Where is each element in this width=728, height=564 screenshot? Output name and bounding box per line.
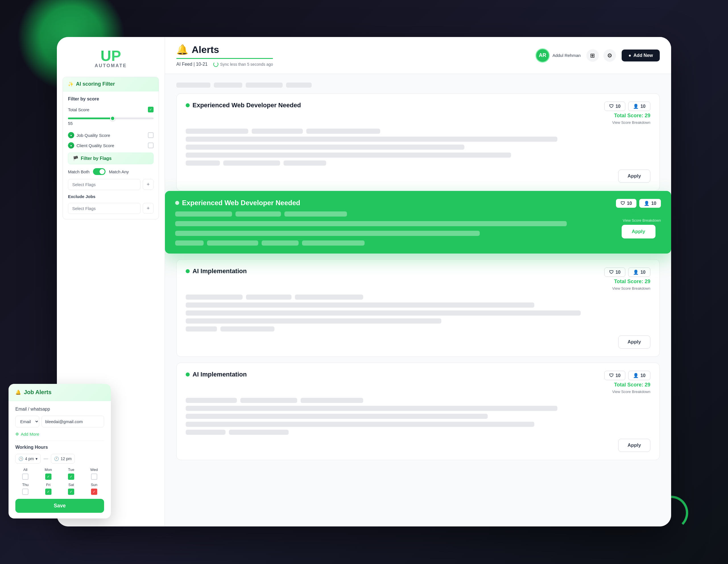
- slider-fill: [68, 117, 113, 119]
- featured-apply-button[interactable]: Apply: [622, 225, 655, 238]
- total-score-3: Total Score: 29: [614, 382, 650, 388]
- day-tue-checkbox[interactable]: ✓: [68, 474, 74, 480]
- view-breakdown-1[interactable]: View Score Breakdown: [612, 120, 650, 125]
- time-from-select[interactable]: 🕓 4 pm ▾: [15, 454, 41, 464]
- ai-scoring-filter-section: ✨ AI scoring Filter Filter by score Tota…: [63, 77, 159, 219]
- tab-ph-4: [286, 82, 312, 88]
- select-flags-1[interactable]: Select Flags: [68, 179, 140, 190]
- featured-title: Experienced Web Developer Needed: [175, 199, 610, 207]
- gear-icon-btn[interactable]: ⚙: [603, 49, 616, 62]
- match-any-label: Match Any: [109, 169, 129, 174]
- ph: [186, 422, 534, 427]
- job-quality-label: Job Quality Score: [76, 133, 146, 138]
- featured-title-text: Experienced Web Developer Needed: [182, 199, 300, 207]
- day-fri-label: Fri: [46, 483, 50, 487]
- grid-icon-btn[interactable]: ⊞: [586, 49, 599, 62]
- exclude-jobs-label: Exclude Jobs: [68, 194, 154, 199]
- apply-button-2[interactable]: Apply: [618, 336, 650, 349]
- view-breakdown-2[interactable]: View Score Breakdown: [612, 286, 650, 291]
- select-flags-2-wrapper: Select Flags +: [68, 203, 154, 214]
- job-title-text-2: AI Implementation: [193, 267, 247, 275]
- day-sat-checkbox[interactable]: ✓: [68, 489, 74, 495]
- featured-ph-row-2: [175, 240, 610, 245]
- circle-icon2: ●: [70, 144, 72, 147]
- time-to-select[interactable]: 🕛 12 pm: [51, 454, 75, 464]
- logo-automate: AUTOMATE: [95, 63, 127, 68]
- check-icon: ✓: [149, 108, 152, 111]
- filter-by-flags-btn[interactable]: 🏴 Filter by Flags: [68, 152, 154, 164]
- ph: [186, 327, 217, 332]
- sync-icon: [213, 62, 218, 67]
- tab-ph-1: [176, 82, 210, 88]
- logo-area: UP AUTOMATE: [95, 48, 127, 68]
- email-type-select[interactable]: Email: [15, 416, 39, 427]
- user-name: Addul Rehman: [553, 53, 581, 58]
- email-input[interactable]: [42, 416, 104, 427]
- match-toggle[interactable]: [93, 168, 106, 175]
- job-quality-checkbox[interactable]: [148, 132, 154, 138]
- logo-up: UP: [100, 48, 121, 63]
- ph: [186, 152, 511, 158]
- apply-button-1[interactable]: Apply: [618, 169, 650, 183]
- ph: [229, 430, 289, 435]
- slider-track[interactable]: [68, 117, 154, 119]
- main-window: UP AUTOMATE ✨ AI scoring Filter Filter b…: [57, 37, 671, 526]
- job-card-2-title: AI Implementation: [186, 267, 247, 275]
- day-wed-checkbox[interactable]: [91, 474, 97, 480]
- shield-score-3: 10: [615, 373, 621, 378]
- client-quality-label: Client Quality Score: [76, 143, 146, 148]
- fph: [175, 211, 232, 216]
- day-tue-label: Tue: [68, 468, 74, 472]
- client-quality-icon: ●: [68, 142, 74, 148]
- select-flags-2[interactable]: Select Flags: [68, 203, 140, 214]
- job-card-3-title: AI Implementation: [186, 371, 247, 378]
- wand-icon: ✨: [68, 81, 74, 87]
- day-mon-checkbox[interactable]: ✓: [45, 474, 51, 480]
- person-badge-3: 👤 10: [628, 371, 650, 380]
- job-card-1-title: Experienced Web Developer Needed: [186, 102, 301, 109]
- job-dot-1: [186, 103, 190, 107]
- select-flags-1-wrapper: Select Flags +: [68, 179, 154, 190]
- add-flag-btn-1[interactable]: +: [143, 179, 154, 190]
- ai-scoring-filter-header: ✨ AI scoring Filter: [63, 77, 159, 91]
- day-all-checkbox[interactable]: [22, 474, 28, 480]
- day-thu-checkbox[interactable]: [22, 489, 28, 495]
- add-more-button[interactable]: ⊕ Add More: [15, 431, 104, 437]
- job-dot-2: [186, 269, 190, 273]
- card-2-placeholders: [186, 295, 650, 332]
- day-sun-label: Sun: [91, 483, 97, 487]
- tab-placeholders: [176, 82, 660, 88]
- apply-button-3[interactable]: Apply: [618, 439, 650, 452]
- client-quality-checkbox[interactable]: [148, 142, 154, 148]
- add-icon: ●: [628, 53, 631, 58]
- main-content: 🔔 Alerts AI Feed | 10-21 Sync less than …: [165, 37, 671, 526]
- day-sat-label: Sat: [68, 483, 74, 487]
- total-score-label: Total Score: [68, 107, 89, 112]
- total-score-checkbox[interactable]: ✓: [148, 107, 154, 112]
- ph: [252, 129, 303, 134]
- view-breakdown-3[interactable]: View Score Breakdown: [612, 390, 650, 394]
- fph: [207, 240, 258, 245]
- person-icon-1: 👤: [633, 104, 639, 109]
- ph: [186, 414, 488, 419]
- save-button[interactable]: Save: [15, 499, 104, 513]
- job-card-2: AI Implementation 🛡 10 👤 10: [176, 259, 660, 357]
- day-mon-label: Mon: [45, 468, 52, 472]
- day-fri-checkbox[interactable]: ✓: [45, 489, 51, 495]
- sync-text: Sync less than 5 seconds ago: [220, 62, 273, 67]
- featured-view-breakdown[interactable]: View Score Breakdown: [623, 218, 661, 222]
- shield-score-2: 10: [615, 270, 621, 275]
- day-sun-checkbox[interactable]: ✓: [91, 489, 97, 495]
- ph: [246, 295, 291, 300]
- job-alerts-title: Job Alerts: [24, 389, 51, 396]
- add-new-button[interactable]: ● Add New: [622, 49, 660, 61]
- person-score-1: 10: [640, 104, 646, 109]
- day-thu: Thu: [15, 483, 36, 495]
- add-flag-btn-2[interactable]: +: [143, 203, 154, 214]
- time-to-value: 12 pm: [61, 456, 72, 461]
- job-card-3-scores: 🛡 10 👤 10 Total Score: 29 View Score Bre…: [604, 371, 650, 394]
- shield-badge-1: 🛡 10: [604, 102, 625, 111]
- slider-thumb[interactable]: [110, 116, 115, 121]
- plus-icon: +: [147, 181, 150, 187]
- slider-value: 55: [68, 121, 154, 126]
